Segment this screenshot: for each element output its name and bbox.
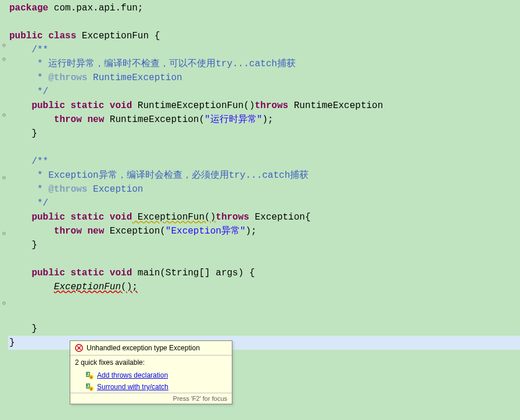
keyword-public: public [9, 212, 65, 222]
svg-text:J: J [87, 372, 89, 377]
javadoc-close: */ [9, 87, 48, 97]
method-signature: main(String[] args) { [132, 268, 254, 278]
javadoc-text: * [9, 184, 48, 195]
quick-fix-item[interactable]: J ! Add throws declaration [70, 369, 232, 381]
method-name: ExceptionFun() [132, 212, 216, 222]
keyword-new: new [82, 114, 104, 125]
keyword-static: static [65, 268, 104, 278]
type-name: RuntimeException( [104, 114, 205, 125]
javadoc-text: Exception [87, 184, 143, 195]
quick-fix-item[interactable]: J ! Surround with try/catch [70, 381, 232, 393]
fold-marker-icon[interactable]: ⊖ [1, 231, 7, 237]
brace-close: } [9, 240, 37, 250]
javadoc-open: /** [9, 156, 48, 167]
fold-marker-icon[interactable]: ⊖ [1, 57, 7, 63]
keyword-static: static [65, 100, 104, 111]
package-name: com.pax.api.fun; [48, 3, 143, 13]
brace-close: } [9, 338, 15, 348]
fold-marker-icon[interactable]: ⊖ [1, 113, 7, 119]
svg-text:!: ! [91, 387, 92, 391]
keyword-void: void [104, 268, 132, 278]
fold-marker-icon[interactable]: ⊖ [1, 175, 7, 181]
code-text: (); [121, 282, 138, 292]
svg-text:!: ! [91, 376, 92, 379]
keyword-public: public [9, 31, 43, 41]
quickfix-icon: J ! [85, 383, 94, 391]
tooltip-header: Unhandled exception type Exception [70, 341, 232, 356]
quickfix-icon: J ! [85, 371, 94, 379]
exception-type: RuntimeException [288, 100, 383, 111]
svg-text:J: J [87, 383, 89, 389]
tooltip-error-message: Unhandled exception type Exception [87, 344, 200, 352]
keyword-throw: throw [9, 226, 82, 236]
quick-fix-link[interactable]: Add throws declaration [97, 371, 168, 379]
class-name: ExceptionFun { [76, 31, 160, 41]
tooltip-footer: Press 'F2' for focus [70, 393, 232, 404]
exception-type: Exception{ [249, 212, 311, 222]
javadoc-text: * Exception异常，编译时会检查，必须使用try...catch捕获 [9, 170, 309, 181]
keyword-void: void [104, 100, 132, 111]
javadoc-open: /** [9, 45, 48, 55]
fold-marker-icon[interactable]: ⊖ [1, 301, 7, 307]
quick-fix-link[interactable]: Surround with try/catch [97, 383, 168, 391]
keyword-class: class [48, 31, 76, 41]
keyword-void: void [104, 212, 132, 222]
javadoc-text: * [9, 73, 48, 83]
editor-gutter: ⊖ ⊖ ⊖ ⊖ ⊖ ⊖ [0, 0, 8, 420]
code-text: ); [262, 114, 273, 125]
keyword-throws: throws [254, 100, 288, 111]
brace-close: } [9, 324, 37, 334]
javadoc-close: */ [9, 198, 48, 209]
error-icon [75, 344, 83, 352]
method-call-error: ExceptionFun [54, 282, 121, 292]
javadoc-text: RuntimeException [87, 73, 182, 83]
javadoc-throws-tag: @throws [48, 184, 87, 195]
tooltip-fixes-header: 2 quick fixes available: [70, 356, 232, 369]
error-tooltip: Unhandled exception type Exception 2 qui… [70, 340, 232, 404]
keyword-throws: throws [216, 212, 249, 222]
keyword-public: public [9, 100, 65, 111]
keyword-static: static [65, 212, 104, 222]
type-name: Exception( [104, 226, 166, 236]
keyword-new: new [82, 226, 104, 236]
javadoc-text: * 运行时异常，编译时不检查，可以不使用try...catch捕获 [9, 59, 296, 69]
keyword-public: public [9, 268, 65, 278]
code-editor[interactable]: package com.pax.api.fun; public class Ex… [0, 0, 520, 365]
keyword-throw: throw [9, 114, 82, 125]
string-literal: "Exception异常" [166, 226, 246, 236]
indent [9, 282, 54, 292]
fold-marker-icon[interactable]: ⊖ [1, 43, 7, 49]
javadoc-throws-tag: @throws [48, 73, 87, 83]
method-name: RuntimeExceptionFun() [132, 100, 254, 111]
keyword-package: package [9, 3, 48, 13]
brace-close: } [9, 128, 37, 139]
string-literal: "运行时异常" [205, 114, 262, 125]
code-text: ); [245, 226, 256, 236]
